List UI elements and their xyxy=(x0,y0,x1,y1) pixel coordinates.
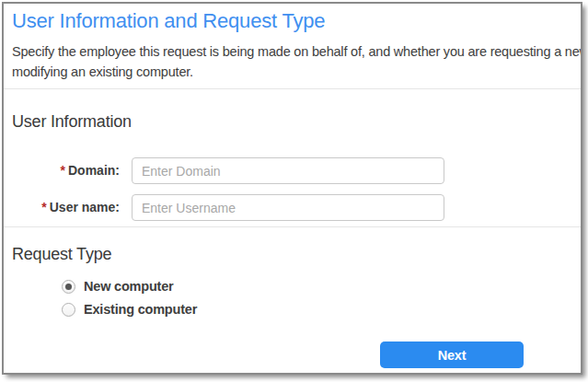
username-label: *User name: xyxy=(4,194,120,221)
wizard-panel: User Information and Request Type Specif… xyxy=(2,2,582,375)
required-asterisk: * xyxy=(41,200,46,214)
domain-label-text: Domain: xyxy=(68,163,120,178)
page-description: Specify the employee this request is bei… xyxy=(12,41,582,82)
new-computer-radio[interactable] xyxy=(62,280,75,294)
section-divider xyxy=(4,226,581,227)
page-title: User Information and Request Type xyxy=(12,9,325,33)
domain-label: *Domain: xyxy=(4,157,120,184)
existing-computer-radio-label: Existing computer xyxy=(84,302,197,317)
user-information-heading: User Information xyxy=(12,112,132,132)
radio-option-existing-computer[interactable]: Existing computer xyxy=(62,302,197,317)
next-button[interactable]: Next xyxy=(380,341,524,368)
request-type-heading: Request Type xyxy=(12,245,111,264)
description-line-2: modifying an existing computer. xyxy=(12,62,582,82)
domain-input[interactable] xyxy=(132,157,444,184)
description-line-1: Specify the employee this request is bei… xyxy=(12,41,582,62)
required-asterisk: * xyxy=(61,163,65,178)
username-input[interactable] xyxy=(132,194,444,221)
section-divider xyxy=(4,88,581,89)
existing-computer-radio[interactable] xyxy=(62,303,75,317)
new-computer-radio-label: New computer xyxy=(84,279,174,294)
radio-option-new-computer[interactable]: New computer xyxy=(62,279,174,294)
username-label-text: User name: xyxy=(50,200,120,214)
